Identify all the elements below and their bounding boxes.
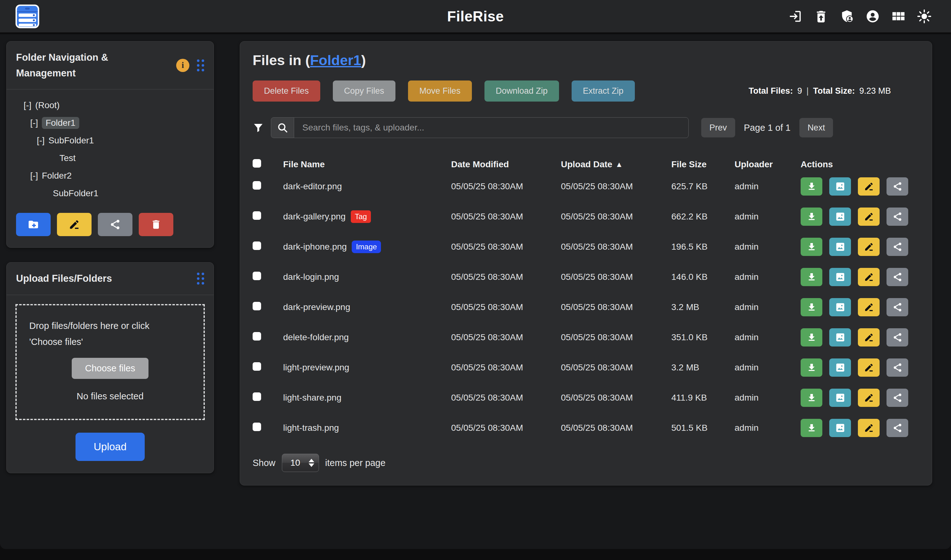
upload-button[interactable]: Upload: [76, 433, 145, 461]
light-mode-icon[interactable]: [917, 9, 931, 23]
preview-button[interactable]: [829, 358, 851, 377]
edit-button[interactable]: [858, 268, 880, 286]
prev-page-button[interactable]: Prev: [701, 118, 735, 137]
preview-button[interactable]: [829, 208, 851, 226]
download-button[interactable]: [801, 389, 822, 407]
share-button[interactable]: [886, 389, 908, 407]
preview-button[interactable]: [829, 238, 851, 256]
folder-tree-item[interactable]: [-] Folder1: [16, 114, 204, 132]
extract-zip-button[interactable]: Extract Zip: [572, 80, 635, 102]
download-button[interactable]: [801, 208, 822, 226]
rename-folder-button[interactable]: [57, 213, 91, 236]
file-name[interactable]: light-preview.png: [283, 363, 349, 372]
items-per-page-select[interactable]: 10: [282, 454, 319, 472]
edit-button[interactable]: [858, 419, 880, 437]
row-checkbox[interactable]: [253, 242, 261, 250]
share-button[interactable]: [886, 419, 908, 437]
download-button[interactable]: [801, 177, 822, 195]
file-name[interactable]: dark-login.png: [283, 272, 339, 282]
row-checkbox[interactable]: [253, 272, 261, 280]
tree-folder-label[interactable]: (Root): [35, 100, 60, 110]
tree-folder-label[interactable]: Folder1: [42, 117, 79, 129]
admin-shield-icon[interactable]: [840, 9, 854, 23]
login-icon[interactable]: [788, 9, 803, 23]
filter-icon[interactable]: [253, 122, 264, 134]
share-button[interactable]: [886, 177, 908, 195]
col-date-modified[interactable]: Date Modified: [451, 159, 561, 169]
tree-toggle[interactable]: [-]: [30, 171, 38, 181]
select-all-checkbox[interactable]: [253, 159, 261, 168]
file-name[interactable]: delete-folder.png: [283, 332, 349, 342]
download-button[interactable]: [801, 328, 822, 346]
col-file-name[interactable]: File Name: [283, 159, 451, 169]
tree-folder-label[interactable]: Folder2: [42, 171, 72, 181]
share-folder-button[interactable]: [98, 213, 133, 236]
folder-tree-item[interactable]: SubFolder1: [16, 185, 204, 202]
col-uploader[interactable]: Uploader: [735, 159, 801, 169]
share-button[interactable]: [886, 358, 908, 377]
grid-view-icon[interactable]: [891, 9, 906, 23]
row-checkbox[interactable]: [253, 302, 261, 310]
edit-button[interactable]: [858, 177, 880, 195]
row-checkbox[interactable]: [253, 423, 261, 431]
preview-button[interactable]: [829, 419, 851, 437]
tree-toggle[interactable]: [-]: [37, 135, 45, 146]
search-input[interactable]: [294, 117, 689, 138]
file-name[interactable]: dark-preview.png: [283, 302, 350, 312]
share-button[interactable]: [886, 208, 908, 226]
search-icon[interactable]: [271, 117, 294, 138]
share-button[interactable]: [886, 238, 908, 256]
row-checkbox[interactable]: [253, 332, 261, 340]
edit-button[interactable]: [858, 298, 880, 316]
info-icon[interactable]: i: [176, 59, 190, 72]
drag-handle-icon[interactable]: [197, 272, 204, 285]
edit-button[interactable]: [858, 389, 880, 407]
edit-button[interactable]: [858, 328, 880, 346]
create-folder-button[interactable]: [16, 213, 51, 236]
drag-handle-icon[interactable]: [197, 59, 204, 71]
folder-tree-item[interactable]: Test: [16, 149, 204, 167]
download-zip-button[interactable]: Download Zip: [484, 80, 559, 102]
user-icon[interactable]: [865, 9, 880, 23]
edit-button[interactable]: [858, 358, 880, 377]
folder-tree-item[interactable]: [-] Folder2: [16, 167, 204, 185]
folder-tree-item[interactable]: [-] SubFolder1: [16, 132, 204, 149]
col-upload-date[interactable]: Upload Date▲: [561, 159, 671, 169]
download-button[interactable]: [801, 238, 822, 256]
edit-button[interactable]: [858, 208, 880, 226]
share-button[interactable]: [886, 328, 908, 346]
download-button[interactable]: [801, 268, 822, 286]
delete-files-button[interactable]: Delete Files: [253, 80, 320, 102]
download-button[interactable]: [801, 358, 822, 377]
file-name[interactable]: dark-gallery.png: [283, 212, 346, 222]
row-checkbox[interactable]: [253, 181, 261, 189]
copy-files-button[interactable]: Copy Files: [333, 80, 396, 102]
tree-folder-label[interactable]: SubFolder1: [48, 135, 94, 146]
tree-toggle[interactable]: [-]: [23, 100, 31, 110]
download-button[interactable]: [801, 419, 822, 437]
preview-button[interactable]: [829, 298, 851, 316]
current-folder-link[interactable]: Folder1: [310, 52, 361, 68]
next-page-button[interactable]: Next: [799, 118, 833, 137]
tree-folder-label[interactable]: SubFolder1: [53, 188, 99, 198]
choose-files-button[interactable]: Choose files: [72, 358, 148, 379]
preview-button[interactable]: [829, 389, 851, 407]
download-button[interactable]: [801, 298, 822, 316]
tree-folder-label[interactable]: Test: [59, 153, 76, 163]
preview-button[interactable]: [829, 328, 851, 346]
share-button[interactable]: [886, 298, 908, 316]
edit-button[interactable]: [858, 238, 880, 256]
file-name[interactable]: light-share.png: [283, 393, 341, 403]
share-button[interactable]: [886, 268, 908, 286]
file-name[interactable]: dark-iphone.png: [283, 242, 347, 252]
restore-trash-icon[interactable]: [814, 9, 828, 23]
col-file-size[interactable]: File Size: [671, 159, 735, 169]
move-files-button[interactable]: Move Files: [408, 80, 472, 102]
delete-folder-button[interactable]: [139, 213, 173, 236]
row-checkbox[interactable]: [253, 392, 261, 401]
upload-dropzone[interactable]: Drop files/folders here or click 'Choose…: [15, 304, 205, 420]
file-name[interactable]: dark-editor.png: [283, 182, 342, 191]
folder-tree-item[interactable]: [-] (Root): [16, 97, 204, 114]
row-checkbox[interactable]: [253, 362, 261, 371]
tree-toggle[interactable]: [-]: [30, 118, 38, 128]
